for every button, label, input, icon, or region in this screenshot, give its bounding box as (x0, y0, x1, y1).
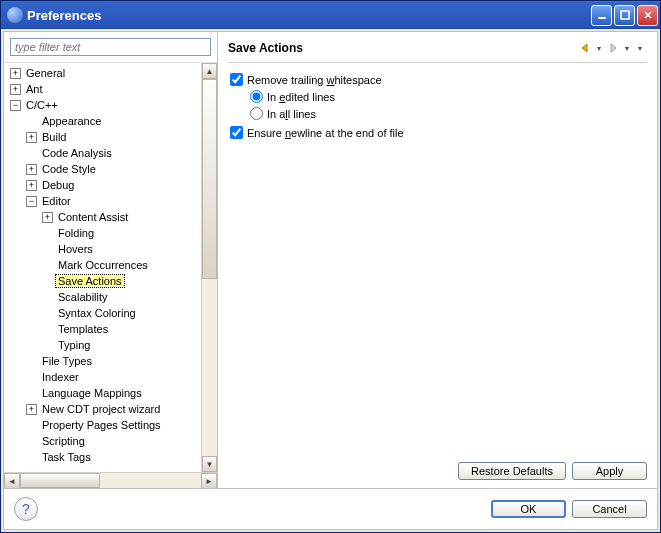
tree-item[interactable]: −C/C++ (4, 97, 201, 113)
app-icon (7, 7, 23, 23)
svg-rect-1 (621, 11, 629, 19)
horizontal-scrollbar[interactable]: ◄ ► (4, 472, 217, 488)
tree-item[interactable]: +Debug (4, 177, 201, 193)
tree-item[interactable]: Scalability (4, 289, 201, 305)
expand-icon[interactable]: + (26, 132, 37, 143)
tree-item[interactable]: Folding (4, 225, 201, 241)
right-pane: Save Actions ▼ ▼ ▼ (218, 32, 657, 488)
tree-item-label: Hovers (56, 243, 95, 255)
svg-rect-0 (598, 17, 606, 19)
ensure-newline-checkbox[interactable] (230, 126, 243, 139)
tree-item-label: Syntax Coloring (56, 307, 138, 319)
ok-button[interactable]: OK (491, 500, 566, 518)
tree-item-label: Templates (56, 323, 110, 335)
tree-item-label: Code Analysis (40, 147, 114, 159)
tree-item-label: File Types (40, 355, 94, 367)
expand-icon[interactable]: + (26, 404, 37, 415)
tree-item[interactable]: +General (4, 65, 201, 81)
restore-defaults-button[interactable]: Restore Defaults (458, 462, 566, 480)
help-button[interactable]: ? (14, 497, 38, 521)
expand-icon[interactable]: + (10, 84, 21, 95)
cancel-button[interactable]: Cancel (572, 500, 647, 518)
scroll-down-button[interactable]: ▼ (202, 456, 217, 472)
in-all-lines-radio[interactable] (250, 107, 263, 120)
preferences-tree[interactable]: +General+Ant−C/C++Appearance+BuildCode A… (4, 63, 201, 472)
tree-item-label: Scalability (56, 291, 110, 303)
content-area: +General+Ant−C/C++Appearance+BuildCode A… (3, 31, 658, 530)
collapse-icon[interactable]: − (10, 100, 21, 111)
tree-item-label: Build (40, 131, 68, 143)
tree-item-label: Code Style (40, 163, 98, 175)
page-menu[interactable]: ▼ (633, 40, 647, 56)
remove-whitespace-checkbox[interactable] (230, 73, 243, 86)
window-title: Preferences (27, 8, 591, 23)
expand-icon[interactable]: + (26, 180, 37, 191)
minimize-button[interactable] (591, 5, 612, 26)
scroll-thumb[interactable] (202, 79, 217, 279)
tree-item[interactable]: Hovers (4, 241, 201, 257)
tree-item[interactable]: Property Pages Settings (4, 417, 201, 433)
vertical-scrollbar[interactable]: ▲ ▼ (201, 63, 217, 472)
tree-item-label: Scripting (40, 435, 87, 447)
tree-item[interactable]: +Code Style (4, 161, 201, 177)
tree-item-label: General (24, 67, 67, 79)
filter-input[interactable] (10, 38, 211, 56)
tree-item-label: Debug (40, 179, 76, 191)
page-title: Save Actions (228, 41, 577, 55)
preferences-window: Preferences +General+Ant−C/C++Appearance… (0, 0, 661, 533)
titlebar[interactable]: Preferences (1, 1, 660, 29)
tree-item[interactable]: +Ant (4, 81, 201, 97)
in-all-lines-label[interactable]: In all lines (267, 108, 316, 120)
tree-item[interactable]: +Content Assist (4, 209, 201, 225)
tree-item-label: Appearance (40, 115, 103, 127)
expand-icon[interactable]: + (42, 212, 53, 223)
tree-item-label: Property Pages Settings (40, 419, 163, 431)
tree-item-label: Typing (56, 339, 92, 351)
apply-button[interactable]: Apply (572, 462, 647, 480)
tree-item[interactable]: Syntax Coloring (4, 305, 201, 321)
tree-item[interactable]: Typing (4, 337, 201, 353)
bottom-bar: ? OK Cancel (4, 488, 657, 529)
tree-item[interactable]: Indexer (4, 369, 201, 385)
tree-item[interactable]: Code Analysis (4, 145, 201, 161)
tree-item[interactable]: Language Mappings (4, 385, 201, 401)
in-edited-lines-radio[interactable] (250, 90, 263, 103)
tree-item-label: Folding (56, 227, 96, 239)
maximize-button[interactable] (614, 5, 635, 26)
back-button[interactable] (577, 40, 593, 56)
tree-item[interactable]: Task Tags (4, 449, 201, 465)
forward-button[interactable] (605, 40, 621, 56)
expand-icon[interactable]: + (10, 68, 21, 79)
tree-item-label: Ant (24, 83, 45, 95)
tree-item-label: Mark Occurrences (56, 259, 150, 271)
scroll-right-button[interactable]: ► (201, 473, 217, 488)
tree-item-label: Save Actions (56, 275, 124, 287)
close-button[interactable] (637, 5, 658, 26)
ensure-newline-label[interactable]: Ensure newline at the end of file (247, 127, 404, 139)
tree-item[interactable]: Scripting (4, 433, 201, 449)
in-edited-lines-label[interactable]: In edited lines (267, 91, 335, 103)
tree-item[interactable]: +Build (4, 129, 201, 145)
tree-item-label: Language Mappings (40, 387, 144, 399)
forward-menu[interactable]: ▼ (623, 40, 631, 56)
tree-item[interactable]: Appearance (4, 113, 201, 129)
tree-item[interactable]: +New CDT project wizard (4, 401, 201, 417)
tree-item-label: Editor (40, 195, 73, 207)
scroll-up-button[interactable]: ▲ (202, 63, 217, 79)
tree-item[interactable]: File Types (4, 353, 201, 369)
tree-item[interactable]: Templates (4, 321, 201, 337)
left-pane: +General+Ant−C/C++Appearance+BuildCode A… (4, 32, 218, 488)
tree-item[interactable]: −Editor (4, 193, 201, 209)
remove-whitespace-label[interactable]: Remove trailing whitespace (247, 74, 382, 86)
hscroll-thumb[interactable] (20, 473, 100, 488)
back-menu[interactable]: ▼ (595, 40, 603, 56)
scroll-left-button[interactable]: ◄ (4, 473, 20, 488)
tree-item-label: Task Tags (40, 451, 93, 463)
tree-item-label: New CDT project wizard (40, 403, 162, 415)
tree-item[interactable]: Mark Occurrences (4, 257, 201, 273)
tree-item-label: Indexer (40, 371, 81, 383)
collapse-icon[interactable]: − (26, 196, 37, 207)
tree-item-label: Content Assist (56, 211, 130, 223)
tree-item[interactable]: Save Actions (4, 273, 201, 289)
expand-icon[interactable]: + (26, 164, 37, 175)
